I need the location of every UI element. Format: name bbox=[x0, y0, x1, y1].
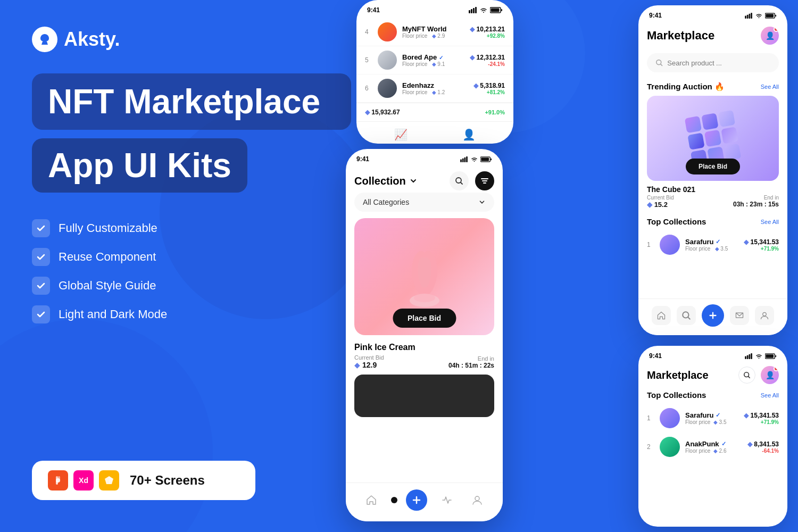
profile-nav-icon[interactable] bbox=[467, 489, 488, 511]
marketplace-light-phone: 9:41 Marketplace 👤 bbox=[638, 5, 787, 335]
feature-item-2: Reuse Component bbox=[32, 248, 351, 266]
coll-info-1-light: Sarafuru ✓ Floor price ◆ 3.5 bbox=[685, 238, 738, 252]
coll-avatar-2-dark bbox=[660, 437, 680, 457]
add-nav-icon[interactable] bbox=[406, 489, 427, 511]
coll-price-1-light: ◆ 15,341.53 +71.9% bbox=[744, 238, 779, 252]
activity-icon bbox=[441, 494, 453, 506]
signal-icon-marketplace bbox=[745, 13, 753, 19]
categories-dropdown[interactable]: All Categories bbox=[354, 193, 494, 212]
cube-cell-3 bbox=[718, 110, 735, 127]
search-bar-marketplace[interactable] bbox=[647, 53, 779, 72]
row-change-4: +92.8% bbox=[470, 33, 505, 39]
bid-value-ice-cream: 12.9 bbox=[362, 361, 377, 369]
search-input-marketplace[interactable] bbox=[667, 59, 770, 67]
battery-icon-collection bbox=[480, 156, 492, 162]
collection-title: Collection bbox=[354, 175, 418, 187]
chart-icon: 📈 bbox=[394, 128, 408, 141]
battery-icon-marketplace bbox=[765, 13, 777, 19]
signal-icon-marketplace-dark bbox=[745, 353, 753, 359]
cube-cell-6 bbox=[721, 127, 738, 144]
profile-nav-marketplace[interactable] bbox=[755, 306, 774, 325]
verified-badge-1-light: ✓ bbox=[716, 238, 720, 245]
coll-info-2-dark: AnakPunk ✓ Floor price ◆ 2.6 bbox=[685, 440, 742, 454]
row-change-5: -24.1% bbox=[470, 61, 505, 67]
logo-svg bbox=[37, 32, 52, 47]
battery-icon-marketplace-dark bbox=[765, 353, 777, 359]
filter-button-collection[interactable] bbox=[475, 171, 494, 190]
svg-rect-29 bbox=[775, 14, 776, 16]
search-button-dark[interactable] bbox=[738, 367, 755, 384]
row-floor-6: Floor price ◆ 1.2 bbox=[402, 89, 468, 95]
tools-badge: Xd 70+ Screens bbox=[32, 461, 255, 500]
activity-nav-icon[interactable] bbox=[436, 489, 458, 511]
search-icon-dark bbox=[743, 371, 751, 379]
trending-title: Trending Auction 🔥 bbox=[647, 82, 725, 92]
top-collections-see-all[interactable]: See All bbox=[761, 219, 779, 225]
svg-rect-37 bbox=[751, 353, 752, 359]
add-nav-marketplace[interactable] bbox=[702, 304, 724, 327]
status-time-table: 9:41 bbox=[367, 6, 380, 14]
feature-item-3: Global Style Guide bbox=[32, 277, 351, 295]
search-button-collection[interactable] bbox=[450, 171, 469, 190]
xd-icon: Xd bbox=[73, 470, 94, 491]
auction-info-cube: The Cube 021 Current Bid ◆ 15.2 End in 0… bbox=[638, 181, 787, 213]
dot-nav-icon[interactable] bbox=[391, 497, 397, 503]
marketplace-dark-title: Marketplace bbox=[647, 369, 709, 381]
coll-name-1-light: Sarafuru ✓ bbox=[685, 238, 738, 246]
place-bid-button-cube[interactable]: Place Bid bbox=[686, 159, 740, 174]
row-change-6: +81.2% bbox=[473, 89, 505, 95]
svg-rect-26 bbox=[749, 13, 751, 18]
table-phone-nav: 📈 👤 bbox=[356, 121, 513, 144]
row-price-6: ◆ 5,318.91 +81.2% bbox=[473, 82, 505, 95]
svg-rect-24 bbox=[745, 15, 746, 19]
trending-see-all[interactable]: See All bbox=[761, 84, 779, 90]
check-icon-1 bbox=[36, 223, 46, 233]
status-time-marketplace-dark: 9:41 bbox=[649, 352, 662, 360]
collection-title-text: Collection bbox=[354, 175, 406, 187]
table-row-4: 4 MyNFT World Floor price ◆ 2.9 ◆ 10,213… bbox=[356, 18, 513, 46]
row-num-5: 5 bbox=[365, 56, 372, 64]
wifi-icon-table bbox=[479, 7, 488, 13]
row-eth-4: ◆ 10,213.21 bbox=[470, 26, 505, 33]
coll-eth-1-dark: ◆ 15,341.53 bbox=[744, 412, 779, 419]
home-nav-icon[interactable] bbox=[361, 489, 382, 511]
home-nav-marketplace[interactable] bbox=[652, 306, 671, 325]
hero-subtitle: App UI Kits bbox=[48, 146, 231, 185]
cube-cell-5 bbox=[704, 130, 721, 147]
feature-label-4: Light and Dark Mode bbox=[59, 307, 167, 321]
row-floor-5: Floor price ◆ 9.1 bbox=[402, 61, 464, 67]
nft-name-ice-cream: Pink Ice Cream bbox=[354, 343, 494, 352]
nft-bid-row: Current Bid ◆ 12.9 End in 04h : 51m : 22… bbox=[354, 354, 494, 369]
table-row-6: 6 Edenhazz Floor price ◆ 1.2 ◆ 5,318.91 … bbox=[356, 74, 513, 103]
svg-rect-14 bbox=[462, 158, 464, 162]
marketplace-dark-header: Marketplace 👤 bbox=[638, 364, 787, 386]
top-collections-dark-see-all[interactable]: See All bbox=[761, 392, 779, 398]
figma-icon bbox=[48, 470, 68, 491]
plus-icon-marketplace bbox=[708, 310, 718, 321]
search-nav-marketplace[interactable] bbox=[677, 306, 696, 325]
collection-row-1-light: 1 Sarafuru ✓ Floor price ◆ 3.5 ◆ 15,341.… bbox=[638, 230, 787, 259]
message-nav-marketplace[interactable] bbox=[730, 306, 749, 325]
check-icon-4 bbox=[36, 310, 46, 319]
svg-rect-25 bbox=[747, 14, 749, 18]
collection-phone-nav bbox=[346, 483, 503, 521]
logo-area: Aksty. bbox=[32, 27, 351, 52]
plus-icon bbox=[411, 494, 422, 506]
svg-rect-1 bbox=[56, 476, 58, 480]
feature-item-4: Light and Dark Mode bbox=[32, 305, 351, 323]
auction-timer-cube: 03h : 23m : 15s bbox=[733, 201, 779, 208]
table-row-5: 5 Bored Ape ✓ Floor price ◆ 9.1 ◆ 12,312… bbox=[356, 46, 513, 74]
coll-num-2-dark: 2 bbox=[647, 443, 654, 451]
place-bid-button-ice-cream[interactable]: Place Bid bbox=[393, 309, 456, 328]
svg-rect-2 bbox=[58, 476, 60, 480]
coll-eth-2-dark: ◆ 8,341.53 bbox=[747, 440, 779, 448]
marketplace-header: Marketplace 👤 bbox=[638, 23, 787, 48]
svg-rect-18 bbox=[491, 158, 492, 160]
coll-change-1-light: +71.9% bbox=[744, 246, 779, 252]
chevron-down-icon[interactable] bbox=[409, 177, 418, 185]
feature-checkbox-1 bbox=[32, 219, 50, 237]
row-info-5: Bored Ape ✓ Floor price ◆ 9.1 bbox=[402, 53, 464, 67]
collection-row-2-dark: 2 AnakPunk ✓ Floor price ◆ 2.6 ◆ 8,341.5… bbox=[638, 433, 787, 461]
marketplace-light-nav bbox=[638, 298, 787, 335]
coll-price-1-dark: ◆ 15,341.53 +71.9% bbox=[744, 412, 779, 425]
